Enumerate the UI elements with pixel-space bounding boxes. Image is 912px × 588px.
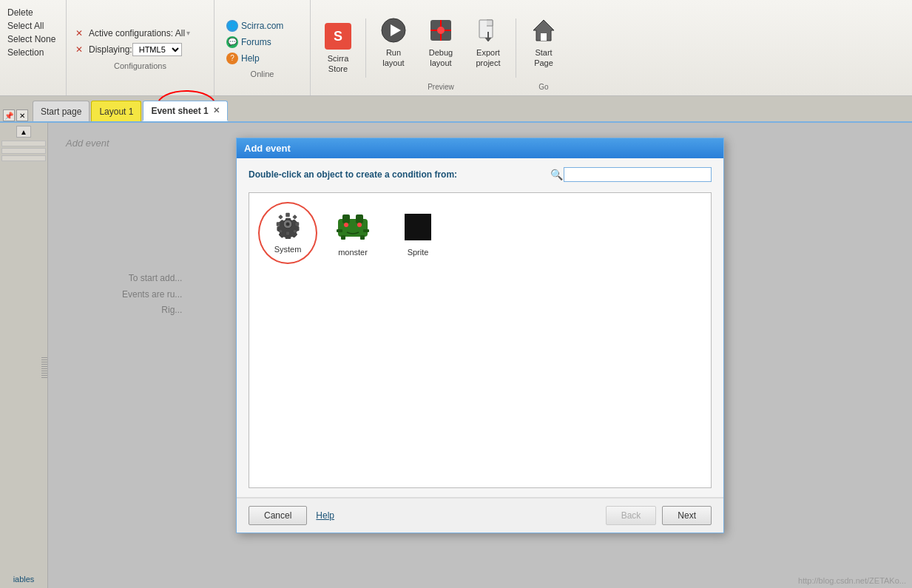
tab-event-sheet1-close[interactable]: ✕	[213, 106, 220, 115]
next-button[interactable]: Next	[662, 506, 712, 525]
toolbar-separator-1	[365, 18, 366, 78]
svg-rect-15	[295, 223, 299, 226]
svg-rect-21	[342, 214, 350, 223]
run-icon	[379, 16, 408, 45]
search-icon: 🔍	[549, 167, 564, 182]
monster-label: monster	[338, 248, 368, 257]
svg-rect-28	[360, 235, 365, 240]
svg-rect-26	[363, 229, 369, 232]
scirra-store-label: ScirraStore	[328, 54, 349, 73]
select-none-button[interactable]: Select None	[4, 33, 61, 46]
config-label: Active configurations: All	[89, 28, 185, 38]
display-label: Displaying:	[89, 44, 132, 55]
watermark: http://blog.csdn.net/ZETAKo...	[798, 576, 906, 585]
sidebar-variables-link[interactable]: iables	[12, 573, 36, 585]
sidebar-sections	[1, 141, 46, 573]
dialog-footer-left: Cancel Help	[249, 506, 334, 525]
system-label: System	[274, 245, 302, 254]
config-dropdown-arrow[interactable]: ▾	[186, 29, 190, 37]
object-sprite[interactable]: Sprite	[388, 202, 447, 264]
system-gear-icon	[270, 206, 305, 242]
toolbar-buttons-area: S ScirraStore Runlayout Debuglayout	[311, 0, 571, 95]
help-button[interactable]: Help	[316, 510, 334, 521]
start-page-label: StartPage	[534, 48, 553, 67]
sidebar-section-2[interactable]	[1, 148, 46, 154]
svg-rect-13	[286, 232, 290, 235]
search-row: 🔍	[549, 167, 712, 182]
svg-rect-17	[293, 214, 297, 219]
dialog-instruction: Double-click an object to create a condi…	[249, 169, 457, 180]
run-layout-label: Runlayout	[382, 48, 404, 67]
search-input[interactable]	[564, 167, 712, 182]
tab-layout1-label: Layout 1	[99, 107, 133, 117]
svg-rect-27	[341, 235, 345, 240]
selection-label: Selection	[4, 46, 61, 59]
toolbar-left-panel: Delete Select All Select None Selection	[0, 0, 67, 95]
object-system[interactable]: System	[258, 202, 317, 264]
configurations-section-label: Configurations	[75, 61, 205, 70]
sprite-black-box	[405, 214, 431, 240]
tab-event-sheet1-label: Event sheet 1	[151, 106, 208, 116]
left-sidebar: ▲ iables	[0, 123, 48, 588]
sidebar-section-1[interactable]	[1, 141, 46, 146]
debug-layout-button[interactable]: Debuglayout	[418, 5, 464, 79]
toolbar-online: 🌐 Scirra.com 💬 Forums ? Help Online	[215, 0, 311, 95]
back-button[interactable]: Back	[606, 506, 657, 525]
tab-event-sheet1[interactable]: Event sheet 1 ✕	[143, 101, 227, 121]
run-layout-button[interactable]: Runlayout	[371, 5, 416, 79]
chat-icon: 💬	[226, 36, 238, 48]
sidebar-drag-handle[interactable]	[41, 356, 47, 378]
toolbar-preview-group: Runlayout Debuglayout Exportproject Prev…	[371, 5, 511, 91]
export-project-button[interactable]: Exportproject	[465, 5, 511, 79]
svg-rect-16	[278, 214, 283, 219]
cancel-button[interactable]: Cancel	[249, 506, 307, 525]
store-icon: S	[323, 21, 353, 51]
toolbar-configurations: ✕ Active configurations: All ▾ ✕ Display…	[67, 0, 215, 95]
start-page-button[interactable]: StartPage	[521, 5, 567, 79]
svg-point-24	[357, 223, 362, 227]
sprite-label: Sprite	[408, 248, 429, 257]
objects-grid: System	[249, 192, 712, 488]
preview-buttons: Runlayout Debuglayout Exportproject	[371, 5, 511, 79]
select-all-button[interactable]: Select All	[4, 19, 61, 33]
add-event-dialog: Add event Double-click an object to crea…	[236, 138, 724, 533]
svg-rect-25	[337, 229, 342, 232]
scirra-link-label: Scirra.com	[241, 21, 283, 31]
help-icon: ?	[226, 53, 238, 64]
scirra-store-button[interactable]: S ScirraStore	[315, 11, 361, 85]
export-icon	[473, 16, 503, 45]
export-project-label: Exportproject	[476, 48, 500, 67]
home-icon	[529, 16, 558, 45]
main-area: ▲ iables Add event To start add... Event…	[0, 123, 912, 588]
tab-layout1[interactable]: Layout 1	[91, 101, 141, 121]
svg-rect-14	[277, 223, 280, 226]
display-dropdown[interactable]: HTML5	[132, 43, 182, 56]
sidebar-section-3[interactable]	[1, 155, 46, 161]
dialog-body: Double-click an object to create a condi…	[237, 158, 723, 498]
help-link[interactable]: ? Help	[223, 50, 301, 67]
delete-button[interactable]: Delete	[4, 6, 61, 19]
go-buttons: StartPage	[521, 5, 567, 79]
dialog-title: Add event	[244, 143, 291, 154]
tab-close-all-button[interactable]: ✕	[16, 109, 28, 121]
svg-rect-22	[356, 214, 363, 223]
scirra-link[interactable]: 🌐 Scirra.com	[223, 18, 301, 34]
forums-link[interactable]: 💬 Forums	[223, 34, 301, 50]
modal-overlay: Add event Double-click an object to crea…	[48, 123, 912, 588]
tab-start-page-label: Start page	[41, 107, 81, 117]
toolbar-go-group: StartPage Go	[521, 5, 567, 91]
svg-point-11	[286, 223, 290, 226]
object-monster[interactable]: monster	[323, 202, 382, 264]
help-link-label: Help	[241, 53, 260, 64]
svg-rect-9	[541, 33, 547, 41]
dialog-footer-right: Back Next	[606, 506, 712, 525]
svg-rect-12	[286, 213, 290, 217]
go-group-label: Go	[538, 83, 548, 91]
sidebar-scroll-up[interactable]: ▲	[16, 126, 31, 138]
tab-pin-button[interactable]: 📌	[3, 109, 15, 121]
tabbar: 📌 ✕ Start page Layout 1 Event sheet 1 ✕	[0, 96, 912, 123]
debug-icon	[426, 16, 456, 45]
toolbar: Delete Select All Select None Selection …	[0, 0, 912, 96]
debug-layout-label: Debuglayout	[429, 48, 453, 67]
tab-start-page[interactable]: Start page	[33, 101, 89, 121]
